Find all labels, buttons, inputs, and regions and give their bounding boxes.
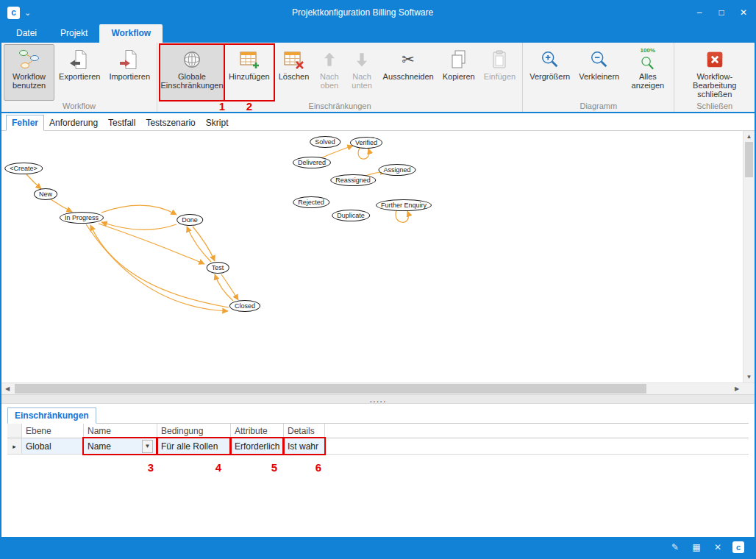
workflow-benutzen-button[interactable]: Workflow benutzen: [4, 44, 54, 101]
vergroessern-button[interactable]: Vergrößern: [525, 44, 574, 101]
state-node-solved[interactable]: Solved: [310, 136, 340, 148]
row-selector[interactable]: ▸: [7, 438, 22, 454]
doc-tab-fehler[interactable]: Fehler: [6, 115, 44, 131]
horizontal-scroll-track[interactable]: [13, 383, 731, 394]
header-row-selector: [7, 424, 22, 438]
tab-workflow[interactable]: Workflow: [99, 24, 163, 43]
vertical-scroll-thumb[interactable]: [745, 142, 753, 177]
button-label: Workflow benutzen: [8, 72, 50, 90]
state-node-create[interactable]: <Create>: [4, 163, 43, 174]
globale-einschraenkungen-button[interactable]: Globale Einschränkungen 1: [160, 44, 224, 101]
row-arrow-icon: ▸: [13, 443, 16, 450]
exportieren-button[interactable]: Exportieren: [54, 44, 104, 101]
combo-dropdown-icon[interactable]: ▼: [142, 440, 153, 453]
annotation-number-3: 3: [148, 461, 154, 474]
minimize-button[interactable]: –: [688, 1, 710, 24]
horizontal-scroll-thumb[interactable]: [15, 384, 646, 394]
tab-einschraenkungen[interactable]: Einschränkungen: [7, 407, 96, 424]
state-node-duplicate[interactable]: Duplicate: [332, 210, 370, 221]
group-label-diagramm: Diagramm: [525, 101, 671, 112]
loeschen-button[interactable]: Löschen: [274, 44, 314, 101]
state-node-rejected[interactable]: Rejected: [293, 196, 329, 208]
workflow-bearbeitung-schliessen-button[interactable]: Workflow-Bearbeitung schließen: [677, 44, 752, 101]
hinzufuegen-button[interactable]: Hinzufügen 2: [224, 44, 274, 101]
verkleinern-button[interactable]: Verkleinern: [574, 44, 624, 101]
workflow-diagram-canvas[interactable]: <Create> New In Progress Done Test Close…: [1, 131, 743, 382]
scroll-up-icon[interactable]: ▲: [743, 131, 755, 142]
state-node-new[interactable]: New: [34, 188, 57, 200]
scrollbar-corner: [743, 383, 755, 394]
vertical-scrollbar[interactable]: ▲ ▼: [743, 131, 755, 382]
window-title: Projektkonfiguration Billing Software: [37, 7, 688, 18]
state-node-reassigned[interactable]: Reassigned: [330, 174, 376, 186]
cell-attribute[interactable]: Erforderlich 5: [231, 438, 284, 454]
table-row[interactable]: ▸ Global Name ▼ 3 Für alle Rollen 4 Erfo…: [7, 438, 749, 455]
cell-details[interactable]: Ist wahr 6: [284, 438, 325, 454]
ausschneiden-button[interactable]: ✂ Ausschneiden: [379, 44, 438, 101]
close-red-icon: [705, 47, 725, 72]
splitter-grip-icon: .....: [369, 397, 386, 401]
globe-icon: [182, 47, 202, 72]
state-node-test[interactable]: Test: [207, 262, 229, 274]
state-node-closed[interactable]: Closed: [229, 300, 260, 312]
scroll-down-icon[interactable]: ▼: [743, 371, 755, 382]
status-grid-icon[interactable]: ▦: [690, 542, 703, 552]
scroll-right-icon[interactable]: ▶: [731, 383, 743, 394]
alles-anzeigen-button[interactable]: 100% Alles anzeigen: [624, 44, 671, 101]
cell-name-combobox[interactable]: Name ▼ 3: [84, 438, 157, 454]
panel-splitter[interactable]: .....: [1, 394, 755, 404]
button-label: Hinzufügen: [229, 72, 270, 81]
status-app-logo-icon[interactable]: c: [732, 541, 744, 553]
document-tab-bar: Fehler Anforderung Testfall Testszenario…: [1, 113, 755, 131]
delete-table-icon: [282, 47, 304, 72]
ribbon-group-schliessen: Workflow-Bearbeitung schließen Schließen: [674, 43, 755, 112]
state-node-in-progress[interactable]: In Progress: [60, 212, 104, 224]
maximize-button[interactable]: □: [710, 1, 732, 24]
zoom-in-icon: [540, 47, 560, 72]
annotation-number-5: 5: [271, 461, 277, 474]
state-node-done[interactable]: Done: [176, 214, 203, 226]
button-label: Alles anzeigen: [628, 72, 667, 90]
tab-projekt[interactable]: Projekt: [49, 24, 99, 43]
ribbon: Workflow benutzen Exportieren: [1, 43, 755, 113]
app-window: c ⌄ Projektkonfiguration Billing Softwar…: [0, 0, 756, 559]
importieren-button[interactable]: Importieren: [104, 44, 154, 101]
annotation-number-1: 1: [219, 102, 225, 111]
quick-access-chevron-icon[interactable]: ⌄: [24, 8, 31, 18]
header-details[interactable]: Details: [284, 424, 325, 438]
doc-tab-testfall[interactable]: Testfall: [103, 115, 140, 130]
doc-tab-testszenario[interactable]: Testszenario: [140, 115, 200, 130]
state-node-verified[interactable]: Verified: [350, 137, 382, 149]
paste-icon: [488, 47, 510, 72]
scroll-left-icon[interactable]: ◀: [1, 383, 13, 394]
state-node-delivered[interactable]: Delivered: [293, 157, 331, 168]
status-close-icon[interactable]: ✕: [711, 542, 724, 552]
tab-datei[interactable]: Datei: [4, 24, 49, 43]
header-ebene[interactable]: Ebene: [22, 424, 84, 438]
header-bedingung[interactable]: Bedingung: [157, 424, 231, 438]
cell-ebene[interactable]: Global: [22, 438, 84, 454]
close-button[interactable]: ✕: [732, 1, 755, 24]
kopieren-button[interactable]: Kopieren: [438, 44, 479, 101]
cell-name-value: Name: [88, 441, 111, 452]
zoom-100-badge: 100%: [641, 48, 655, 54]
vertical-scroll-track[interactable]: [743, 142, 755, 371]
horizontal-scrollbar[interactable]: ◀ ▶: [1, 382, 755, 394]
button-label: Löschen: [279, 72, 310, 81]
doc-tab-anforderung[interactable]: Anforderung: [44, 115, 103, 130]
scissors-icon: ✂: [402, 47, 415, 72]
cell-bedingung[interactable]: Für alle Rollen 4: [157, 438, 231, 454]
header-attribute[interactable]: Attribute: [231, 424, 284, 438]
state-node-further-enquiry[interactable]: Further Enquiry: [376, 199, 432, 211]
ribbon-group-workflow: Workflow benutzen Exportieren: [1, 43, 157, 112]
header-name[interactable]: Name: [84, 424, 157, 438]
group-label-schliessen: Schließen: [677, 101, 752, 112]
doc-tab-skript[interactable]: Skript: [201, 115, 234, 130]
button-label: Workflow-Bearbeitung schließen: [681, 72, 748, 99]
state-node-assigned[interactable]: Assigned: [378, 164, 416, 176]
status-edit-icon[interactable]: ✎: [668, 542, 682, 552]
arrow-up-icon: [320, 47, 339, 72]
window-controls: – □ ✕: [688, 1, 755, 24]
group-label-einschraenkungen: Einschränkungen: [160, 101, 520, 112]
constraints-panel: Einschränkungen Ebene Name Bedingung Att…: [1, 404, 755, 537]
